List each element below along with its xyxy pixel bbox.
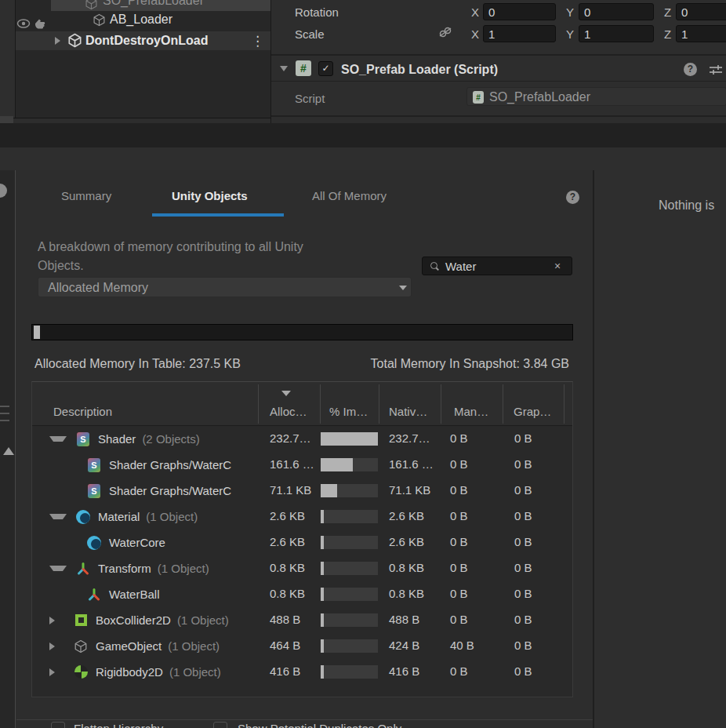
flatten-hierarchy-label: Flatten Hierarchy — [74, 722, 163, 728]
row-managed-value: 0 B — [450, 561, 468, 574]
table-row[interactable]: GameObject (1 Object) 464 B 424 B 40 B 0… — [32, 633, 572, 659]
row-name: GameObject — [96, 639, 162, 653]
search-clear-icon[interactable]: × — [554, 260, 561, 272]
row-description-cell: WaterCore — [32, 530, 258, 555]
rigidbody-icon — [74, 665, 88, 679]
row-foldout-icon[interactable] — [49, 668, 64, 676]
material-icon — [76, 510, 90, 524]
column-impact[interactable]: % Im… — [329, 405, 368, 418]
row-impact-fill — [321, 639, 324, 653]
profiler-help-icon[interactable]: ? — [566, 191, 579, 204]
table-row[interactable]: BoxCollider2D (1 Object) 488 B 488 B 0 B… — [32, 607, 572, 633]
component-enabled-checkbox[interactable]: ✓ — [318, 61, 333, 76]
row-type-icon — [76, 510, 90, 524]
column-allocated[interactable]: Alloc… — [270, 405, 307, 418]
foldout-icon[interactable] — [55, 37, 60, 45]
row-name: Material — [98, 510, 140, 523]
row-managed-value: 0 B — [450, 483, 468, 497]
table-row[interactable]: Material (1 Object) 2.6 KB 2.6 KB 0 B 0 … — [32, 504, 572, 530]
table-row[interactable]: Transform (1 Object) 0.8 KB 0.8 KB 0 B 0… — [32, 555, 572, 581]
row-impact-fill — [321, 665, 324, 679]
row-description-cell: WaterBall — [32, 581, 258, 607]
hierarchy-item-ab-loader[interactable]: AB_Loader — [51, 11, 270, 30]
component-foldout-icon[interactable] — [280, 66, 288, 71]
clipped-gutter-line — [0, 420, 9, 421]
row-impact-bar — [321, 536, 378, 549]
row-impact-fill — [321, 458, 353, 471]
kebab-menu-icon[interactable]: ⋮ — [251, 35, 264, 48]
table-row[interactable]: WaterCore 2.6 KB 2.6 KB 0 B 0 B — [32, 530, 572, 555]
hierarchy-item-label: SO_PrefabLoader — [103, 0, 204, 8]
flatten-hierarchy-checkbox[interactable] — [51, 722, 65, 728]
scale-x-field[interactable]: 1 — [483, 25, 556, 42]
row-foldout-icon[interactable] — [49, 617, 64, 624]
broken-link-icon[interactable] — [437, 26, 453, 38]
row-allocated-value: 2.6 KB — [270, 535, 305, 548]
row-description-cell: S Shader Graphs/WaterC — [32, 452, 258, 478]
row-impact-bar — [321, 432, 378, 446]
row-impact-fill — [321, 536, 324, 549]
column-managed[interactable]: Man… — [454, 405, 488, 418]
row-foldout-icon[interactable] — [49, 566, 67, 571]
rotation-z-field[interactable]: 0 — [676, 3, 726, 20]
row-foldout-icon[interactable] — [49, 436, 67, 442]
script-object-name: SO_PrefabLoader — [489, 90, 590, 104]
shader-icon: S — [88, 458, 100, 472]
show-duplicates-checkbox[interactable] — [213, 722, 227, 728]
row-native-value: 161.6 … — [389, 457, 434, 471]
column-native[interactable]: Nativ… — [389, 405, 427, 418]
row-description-cell: Rigidbody2D (1 Object) — [32, 659, 258, 685]
row-impact-fill — [321, 588, 324, 601]
gameobject-cube-icon — [74, 639, 88, 653]
row-native-value: 488 B — [389, 613, 419, 626]
sort-descending-icon — [281, 391, 291, 396]
rotation-x-field[interactable]: 0 — [483, 3, 556, 20]
hierarchy-item-dontdestroyonload[interactable]: DontDestroyOnLoad ⋮ — [16, 31, 270, 50]
component-help-icon[interactable]: ? — [684, 63, 697, 76]
row-graphics-value: 0 B — [514, 457, 532, 471]
prefab-cube-icon — [85, 0, 98, 10]
scroll-up-icon[interactable] — [3, 447, 14, 455]
tab-summary[interactable]: Summary — [61, 189, 111, 202]
row-foldout-icon[interactable] — [49, 642, 64, 650]
pick-hand-icon[interactable] — [33, 16, 47, 30]
table-row[interactable]: WaterBall 0.8 KB 0.8 KB 0 B 0 B — [32, 581, 572, 607]
scale-z-field[interactable]: 1 — [676, 25, 726, 42]
scrollbar-thumb[interactable] — [0, 116, 13, 123]
row-name: Shader — [98, 432, 136, 446]
column-description[interactable]: Description — [53, 405, 112, 418]
rotation-y-field[interactable]: 0 — [579, 3, 654, 20]
shader-icon: S — [77, 432, 89, 446]
preset-sliders-icon[interactable] — [709, 64, 723, 76]
memory-type-dropdown[interactable]: Allocated Memory — [38, 277, 412, 297]
hierarchy-item-label: DontDestroyOnLoad — [85, 34, 208, 48]
search-input[interactable]: Water × — [422, 257, 572, 275]
table-row[interactable]: S Shader (2 Objects) 232.7… 232.7… 0 B 0… — [32, 426, 572, 452]
tab-unity-objects[interactable]: Unity Objects — [172, 189, 248, 202]
row-foldout-icon[interactable] — [49, 514, 67, 519]
script-object-field[interactable]: # SO_PrefabLoader — [466, 87, 726, 106]
scale-y-field[interactable]: 1 — [579, 25, 654, 42]
row-name: Shader Graphs/WaterC — [109, 484, 231, 497]
row-object-count: (1 Object) — [158, 562, 209, 575]
show-duplicates-label: Show Potential Duplicates Only — [238, 722, 401, 728]
tab-all-of-memory[interactable]: All Of Memory — [312, 189, 387, 202]
row-impact-fill — [321, 484, 337, 497]
table-row[interactable]: Rigidbody2D (1 Object) 416 B 416 B 0 B 0… — [32, 659, 572, 685]
column-graphics[interactable]: Grap… — [514, 405, 551, 418]
row-native-value: 71.1 KB — [389, 483, 430, 497]
table-row[interactable]: S Shader Graphs/WaterC 161.6 … 161.6 … 0… — [32, 452, 572, 478]
row-graphics-value: 0 B — [514, 561, 532, 574]
memory-usage-bar[interactable] — [31, 324, 573, 340]
row-impact-bar — [321, 484, 378, 497]
unity-editor-window: SO_PrefabLoader AB_Loader — [0, 0, 726, 728]
table-row[interactable]: S Shader Graphs/WaterC 71.1 KB 71.1 KB 0… — [32, 478, 572, 504]
hierarchy-item-label: AB_Loader — [110, 13, 172, 27]
hierarchy-item-so-prefabloader[interactable]: SO_PrefabLoader — [51, 0, 270, 11]
row-managed-value: 40 B — [450, 639, 474, 652]
scale-label: Scale — [295, 27, 325, 41]
axis-y-label: Y — [566, 27, 574, 41]
row-managed-value: 0 B — [450, 431, 468, 445]
row-native-value: 2.6 KB — [389, 509, 424, 522]
eye-icon[interactable] — [16, 19, 31, 28]
